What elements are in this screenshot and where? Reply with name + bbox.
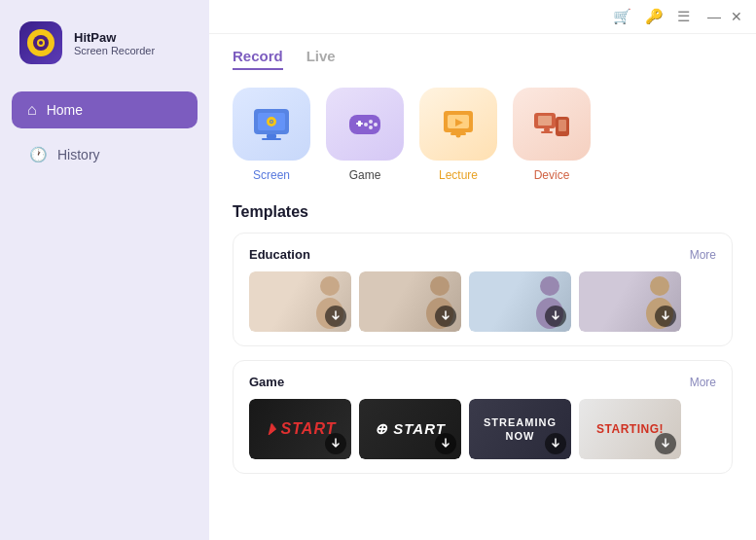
window-controls: — ✕ — [707, 9, 742, 24]
svg-point-33 — [540, 276, 559, 296]
titlebar: 🛒 🔑 ☰ — ✕ — [209, 0, 756, 34]
game-thumb-1[interactable]: ⏵START — [249, 399, 351, 459]
edu-thumb-1[interactable] — [249, 271, 351, 332]
game-label: Game — [349, 168, 381, 182]
home-icon: ⌂ — [27, 101, 37, 119]
education-title: Education — [249, 247, 310, 262]
template-card-education: Education More — [233, 233, 733, 346]
education-thumbs — [249, 271, 716, 332]
menu-icon[interactable]: ☰ — [677, 8, 690, 25]
svg-point-29 — [320, 276, 340, 296]
game-title: Game — [249, 375, 284, 389]
svg-rect-7 — [262, 138, 281, 140]
svg-rect-13 — [358, 121, 361, 126]
brand-subtitle: Screen Recorder — [74, 45, 155, 56]
edu-dl-3[interactable] — [545, 306, 566, 327]
svg-point-10 — [270, 121, 272, 123]
svg-rect-6 — [267, 134, 276, 138]
game-icon-box — [326, 88, 404, 161]
tab-live[interactable]: Live — [306, 48, 336, 70]
game-thumb-2[interactable]: ⊕ START — [359, 399, 461, 459]
sidebar-item-home[interactable]: ⌂ Home — [12, 91, 198, 128]
edu-thumb-2[interactable] — [359, 271, 461, 332]
titlebar-icons: 🛒 🔑 ☰ — [613, 8, 690, 25]
mode-screen[interactable]: Screen — [233, 88, 310, 182]
svg-point-17 — [364, 123, 368, 126]
svg-rect-27 — [544, 128, 550, 131]
game-dl-4[interactable] — [655, 433, 676, 454]
content-area: Record Live Screen — [209, 34, 756, 540]
mode-device[interactable]: Device — [513, 88, 591, 182]
templates-section: Templates Education More — [233, 203, 733, 474]
main-panel: 🛒 🔑 ☰ — ✕ Record Live — [209, 0, 756, 540]
tab-record[interactable]: Record — [233, 48, 283, 70]
device-icon-box — [513, 88, 591, 161]
game-card-header: Game More — [249, 375, 716, 389]
screen-icon-box — [233, 88, 310, 161]
svg-point-3 — [39, 41, 43, 45]
game-thumbs: ⏵START ⊕ START — [249, 399, 716, 459]
svg-point-14 — [369, 120, 373, 124]
brand-name: HitPaw — [74, 30, 155, 45]
svg-point-31 — [430, 276, 450, 296]
starting-text: STARTING! — [596, 422, 664, 436]
game-dl-3[interactable] — [545, 433, 566, 454]
brand-text: HitPaw Screen Recorder — [74, 30, 155, 56]
screen-label: Screen — [253, 168, 290, 182]
minimize-button[interactable]: — — [707, 9, 721, 24]
lecture-icon-box — [419, 88, 497, 161]
start-red-text: ⏵START — [265, 420, 337, 438]
clock-icon: 🕐 — [29, 146, 48, 163]
education-more[interactable]: More — [690, 248, 716, 262]
device-label: Device — [534, 168, 570, 182]
game-thumb-3[interactable]: STREAMINGNOW — [469, 399, 571, 459]
game-more[interactable]: More — [690, 376, 716, 389]
start-white-text: ⊕ START — [375, 420, 446, 438]
svg-point-15 — [374, 123, 378, 126]
mode-lecture[interactable]: Lecture — [419, 88, 497, 182]
svg-rect-28 — [541, 131, 553, 133]
game-dl-2[interactable] — [435, 433, 456, 454]
game-thumb-4[interactable]: STARTING! — [579, 399, 681, 459]
sidebar-home-label: Home — [47, 102, 83, 118]
brand: HitPaw Screen Recorder — [12, 18, 198, 84]
edu-dl-2[interactable] — [435, 306, 456, 327]
template-card-game: Game More ⏵START — [233, 360, 733, 474]
key-icon[interactable]: 🔑 — [645, 8, 664, 25]
game-dl-1[interactable] — [325, 433, 346, 454]
close-button[interactable]: ✕ — [731, 9, 742, 24]
sidebar: HitPaw Screen Recorder ⌂ Home 🕐 History — [0, 0, 209, 540]
sidebar-item-history[interactable]: 🕐 History — [12, 136, 198, 173]
edu-thumb-3[interactable] — [469, 271, 571, 332]
svg-point-16 — [369, 126, 373, 129]
lecture-label: Lecture — [439, 168, 478, 182]
sidebar-history-label: History — [57, 147, 100, 162]
svg-point-35 — [650, 276, 669, 296]
edu-dl-1[interactable] — [325, 306, 346, 327]
brand-logo — [19, 21, 62, 64]
tab-bar: Record Live — [233, 48, 733, 70]
edu-dl-4[interactable] — [655, 306, 676, 327]
templates-title: Templates — [233, 203, 733, 221]
cart-icon[interactable]: 🛒 — [613, 8, 631, 25]
svg-rect-24 — [538, 116, 552, 126]
svg-rect-26 — [558, 120, 566, 131]
edu-thumb-4[interactable] — [579, 271, 681, 332]
mode-game[interactable]: Game — [326, 88, 404, 182]
svg-point-22 — [456, 132, 461, 137]
record-modes: Screen Game — [233, 88, 733, 182]
education-card-header: Education More — [249, 247, 716, 262]
